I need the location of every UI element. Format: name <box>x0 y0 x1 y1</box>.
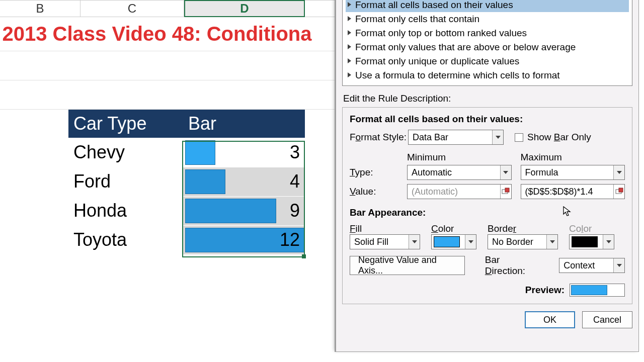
cancel-button-label: Cancel <box>593 315 621 325</box>
cell-bar-1[interactable]: 4 <box>183 167 305 196</box>
th-bar[interactable]: Bar <box>183 110 305 138</box>
rule-type-0[interactable]: Format all cells based on their values <box>346 0 629 12</box>
format-style-combo[interactable]: Data Bar <box>408 130 504 145</box>
svg-rect-3 <box>619 188 623 192</box>
cell-car-3[interactable]: Toyota <box>68 225 183 254</box>
col-header-spacer <box>305 0 337 17</box>
negative-value-axis-button[interactable]: Negative Value and Axis... <box>350 256 465 275</box>
edit-rule-label: Edit the Rule Description: <box>343 93 631 104</box>
fill-combo[interactable]: Solid Fill <box>350 234 420 249</box>
fill-value: Solid Fill <box>350 237 409 247</box>
databar-0 <box>185 140 216 165</box>
max-type-combo[interactable]: Formula <box>521 165 625 180</box>
rule-type-list: Format all cells based on their values F… <box>342 0 632 86</box>
border-value: No Border <box>488 237 546 247</box>
chevron-down-icon <box>546 235 557 249</box>
fill-color-combo[interactable] <box>431 234 476 249</box>
panel-header: Format all cells based on their values: <box>350 114 625 125</box>
bar-appearance-header: Bar Appearance: <box>350 207 625 218</box>
databar-2 <box>185 199 277 223</box>
rule-type-3[interactable]: Format only values that are above or bel… <box>346 40 629 54</box>
cell-bar-2[interactable]: 9 <box>183 196 305 225</box>
rule-type-2[interactable]: Format only top or bottom ranked values <box>346 26 629 40</box>
databar-1 <box>185 169 225 194</box>
border-combo[interactable]: No Border <box>488 234 558 249</box>
show-bar-only-checkbox[interactable] <box>515 133 523 142</box>
formatting-rule-dialog: Format all cells based on their values F… <box>335 0 639 352</box>
neg-btn-text: Negative Value and Axis... <box>358 255 456 276</box>
blank-row-2[interactable] <box>0 80 337 110</box>
data-table: Car Type Bar Chevy 3 Ford 4 Honda 9 T <box>68 110 305 254</box>
cell-car-0[interactable]: Chevy <box>68 138 183 167</box>
max-value-text: ($D$5:$D$8)*1.4 <box>521 187 614 197</box>
worksheet-area: B C D el 2013 Class Video 48: Conditiona… <box>0 0 337 362</box>
cell-bar-3[interactable]: 12 <box>183 225 305 254</box>
border-color-swatch <box>572 236 598 247</box>
min-value-text: (Automatic) <box>408 187 500 197</box>
max-type-value: Formula <box>521 167 614 178</box>
range-selector-icon[interactable] <box>613 185 624 199</box>
col-header-d[interactable]: D <box>184 0 305 17</box>
bar-direction-combo[interactable]: Context <box>559 258 625 273</box>
edit-rule-label-text: Edit the Rule Description: <box>343 93 451 104</box>
maximum-label: Maximum <box>521 152 625 163</box>
border-label: Border <box>488 223 558 234</box>
column-headers: B C D <box>0 0 337 17</box>
rule-type-1[interactable]: Format only cells that contain <box>346 12 629 26</box>
cell-bar-1-value: 4 <box>290 171 300 192</box>
show-bar-only-label: Show Bar Only <box>527 132 591 143</box>
rule-type-5[interactable]: Use a formula to determine which cells t… <box>346 68 629 82</box>
chevron-down-icon <box>613 258 624 273</box>
preview-label: Preview: <box>525 285 565 296</box>
minimum-label: Minimum <box>407 152 512 163</box>
value-label: Value: <box>350 186 398 197</box>
ok-button-label: OK <box>543 315 556 325</box>
cell-bar-0-value: 3 <box>290 142 300 162</box>
cell-bar-0[interactable]: 3 <box>183 138 305 167</box>
type-label: Type: <box>350 167 398 178</box>
svg-rect-1 <box>505 188 509 192</box>
min-type-value: Automatic <box>408 167 500 178</box>
bar-direction-label: Bar Direction: <box>485 254 539 277</box>
preview-bar-fill <box>571 285 607 295</box>
rule-type-4[interactable]: Format only unique or duplicate values <box>346 54 629 68</box>
rule-description-panel: Format all cells based on their values: … <box>342 107 632 304</box>
fill-color-label: Color <box>431 223 476 234</box>
chevron-down-icon <box>465 235 476 249</box>
chevron-down-icon <box>492 130 503 144</box>
selection-fill-handle[interactable] <box>302 254 306 258</box>
cell-bar-2-value: 9 <box>290 200 300 221</box>
cell-bar-3-value: 12 <box>280 229 300 250</box>
min-type-combo[interactable]: Automatic <box>407 165 512 180</box>
format-style-value: Data Bar <box>409 132 492 143</box>
col-header-c[interactable]: C <box>80 0 184 17</box>
fill-color-swatch <box>434 236 460 247</box>
border-color-combo <box>569 234 614 249</box>
chevron-down-icon <box>409 235 420 249</box>
title-text: el 2013 Class Video 48: Conditiona <box>0 23 312 45</box>
chevron-down-icon <box>500 165 511 179</box>
cell-car-2[interactable]: Honda <box>68 196 183 225</box>
blank-row-1[interactable] <box>0 51 337 80</box>
cell-car-1[interactable]: Ford <box>68 167 183 196</box>
preview-bar <box>570 284 625 297</box>
title-row[interactable]: el 2013 Class Video 48: Conditiona <box>0 17 337 51</box>
fill-label: Fill <box>350 223 420 234</box>
chevron-down-icon <box>603 235 614 249</box>
format-style-label: Format Style: <box>350 132 408 143</box>
bar-direction-value: Context <box>559 260 613 271</box>
cancel-button[interactable]: Cancel <box>582 311 632 328</box>
min-value-input[interactable]: (Automatic) <box>407 184 512 199</box>
max-value-input[interactable]: ($D$5:$D$8)*1.4 <box>521 184 625 199</box>
ok-button[interactable]: OK <box>525 311 575 328</box>
chevron-down-icon <box>613 165 624 179</box>
border-color-label: Color <box>569 223 614 234</box>
col-header-b[interactable]: B <box>0 0 80 17</box>
range-selector-icon[interactable] <box>500 185 511 199</box>
th-car-type[interactable]: Car Type <box>68 110 183 138</box>
